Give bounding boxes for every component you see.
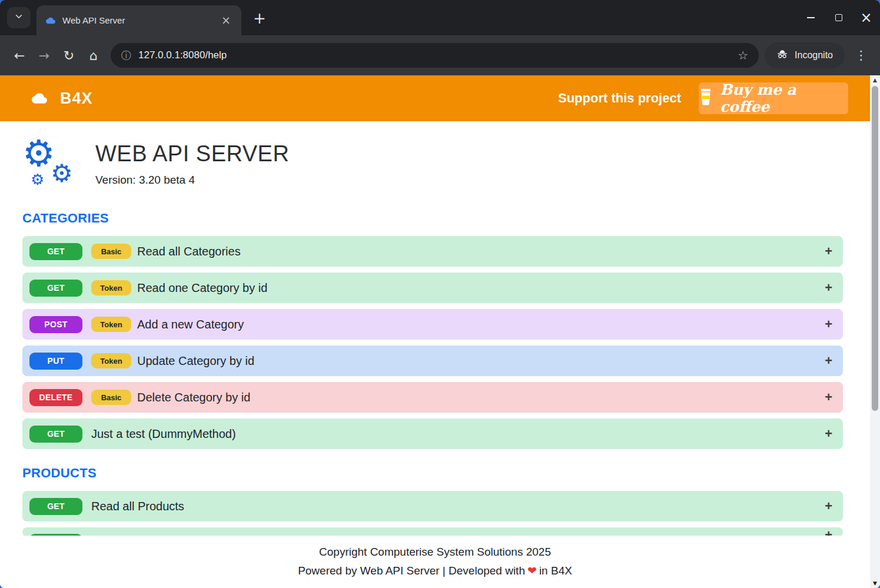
- page-info-icon[interactable]: ⓘ: [121, 49, 131, 62]
- incognito-icon: [776, 48, 788, 62]
- scroll-up-button[interactable]: ▲: [870, 75, 880, 85]
- site-header: B4X Support this project Buy me a coffee: [0, 75, 870, 121]
- api-section: PRODUCTS GET Read all Products + GET +: [22, 466, 843, 536]
- method-badge: DELETE: [29, 389, 82, 406]
- api-row[interactable]: GET Read all Products +: [22, 491, 843, 521]
- method-badge: GET: [29, 280, 82, 297]
- brand-name: B4X: [60, 89, 93, 108]
- tab-close-icon[interactable]: ×: [219, 14, 233, 27]
- endpoint-label: Read all Categories: [137, 245, 241, 258]
- endpoint-label: Read one Category by id: [137, 281, 267, 295]
- coffee-button-label: Buy me a coffee: [720, 81, 848, 115]
- forward-button[interactable]: →: [32, 43, 57, 68]
- minimize-button[interactable]: [797, 0, 825, 35]
- gear-medium-icon: ⚙: [51, 161, 73, 186]
- back-button[interactable]: ←: [7, 43, 32, 68]
- window-controls: ×: [797, 0, 880, 35]
- tab-search-button[interactable]: [7, 7, 31, 28]
- brand-cloud-icon: [29, 91, 49, 106]
- tab-title: Web API Server: [62, 15, 213, 25]
- gear-small-icon: ⚙: [31, 172, 44, 187]
- section-rows: GET Basic Read all Categories + GET Toke…: [22, 236, 843, 449]
- expand-icon[interactable]: +: [825, 244, 832, 259]
- cloud-favicon-icon: [45, 16, 57, 25]
- auth-badge: Token: [91, 353, 131, 368]
- expand-icon[interactable]: +: [825, 527, 832, 536]
- expand-icon[interactable]: +: [825, 317, 832, 332]
- api-row[interactable]: GET Just a test (DummyMethod) +: [22, 418, 843, 449]
- method-badge: PUT: [29, 353, 82, 370]
- api-sections: CATEGORIES GET Basic Read all Categories…: [22, 211, 843, 536]
- endpoint-label: Delete Category by id: [137, 391, 250, 404]
- maximize-icon: [835, 14, 842, 21]
- powered-by-line: Powered by Web API Server | Developed wi…: [0, 562, 870, 580]
- reload-button[interactable]: ↻: [57, 43, 81, 68]
- expand-icon[interactable]: +: [825, 280, 832, 295]
- copyright-line: Copyright Computerise System Solutions 2…: [0, 543, 870, 561]
- method-badge: GET: [29, 426, 82, 443]
- page-footer: Copyright Computerise System Solutions 2…: [0, 536, 870, 588]
- minimize-icon: [807, 17, 815, 18]
- browser-menu-button[interactable]: ⋮: [849, 44, 873, 67]
- api-row[interactable]: POST Token Add a new Category +: [22, 309, 843, 340]
- close-icon: ×: [860, 11, 872, 25]
- main-content: ⚙ ⚙ ⚙ WEB API SERVER Version: 3.20 beta …: [0, 121, 870, 536]
- scrollbar-thumb[interactable]: [872, 86, 878, 411]
- home-button[interactable]: ⌂: [81, 43, 106, 68]
- page-title: WEB API SERVER: [95, 141, 289, 167]
- api-row[interactable]: GET +: [22, 527, 843, 536]
- method-badge: GET: [29, 498, 82, 515]
- incognito-label: Incognito: [795, 50, 833, 61]
- auth-badge: Token: [91, 280, 131, 295]
- auth-badge: Basic: [91, 244, 131, 259]
- hero-text: WEB API SERVER Version: 3.20 beta 4: [95, 138, 289, 187]
- api-section: CATEGORIES GET Basic Read all Categories…: [22, 211, 843, 449]
- web-page: B4X Support this project Buy me a coffee: [0, 75, 870, 588]
- bookmark-star-icon[interactable]: ☆: [738, 48, 748, 62]
- expand-icon[interactable]: +: [825, 390, 832, 405]
- auth-badge: Basic: [91, 390, 131, 405]
- close-button[interactable]: ×: [852, 0, 880, 35]
- chevron-down-icon: [14, 11, 24, 24]
- scroll-down-button[interactable]: ▼: [870, 579, 880, 588]
- section-heading: PRODUCTS: [22, 466, 843, 481]
- new-tab-button[interactable]: +: [250, 8, 270, 28]
- endpoint-label: Read all Products: [91, 500, 184, 513]
- method-badge: POST: [29, 316, 82, 333]
- version-text: Version: 3.20 beta 4: [95, 174, 289, 187]
- heart-icon: ❤: [525, 564, 539, 577]
- browser-tab[interactable]: Web API Server ×: [36, 5, 241, 35]
- section-rows: GET Read all Products + GET +: [22, 491, 843, 536]
- coffee-cup-icon: [699, 88, 713, 108]
- section-heading: CATEGORIES: [22, 211, 843, 226]
- endpoint-label: Just a test (DummyMethod): [91, 427, 236, 441]
- api-row[interactable]: PUT Token Update Category by id +: [22, 346, 843, 376]
- auth-badge: Token: [91, 317, 131, 332]
- buy-me-a-coffee-button[interactable]: Buy me a coffee: [699, 82, 848, 114]
- api-row[interactable]: GET Token Read one Category by id +: [22, 273, 843, 303]
- browser-window: Web API Server × + × ← → ↻ ⌂ ⓘ 127.0.0.1…: [0, 0, 880, 588]
- incognito-badge: Incognito: [765, 42, 845, 68]
- maximize-button[interactable]: [825, 0, 852, 35]
- api-row[interactable]: GET Basic Read all Categories +: [22, 236, 843, 267]
- expand-icon[interactable]: +: [825, 353, 832, 368]
- hero: ⚙ ⚙ ⚙ WEB API SERVER Version: 3.20 beta …: [22, 138, 843, 194]
- address-bar[interactable]: ⓘ 127.0.0.1:8080/help ☆: [111, 43, 759, 68]
- powered-by-text: Powered by Web API Server | Developed wi…: [298, 564, 525, 577]
- endpoint-label: Add a new Category: [137, 318, 244, 331]
- method-badge: GET: [29, 243, 82, 260]
- navbar: ← → ↻ ⌂ ⓘ 127.0.0.1:8080/help ☆ Incognit…: [0, 35, 880, 75]
- expand-icon[interactable]: +: [825, 426, 832, 441]
- api-row[interactable]: DELETE Basic Delete Category by id +: [22, 382, 843, 413]
- gears-icon: ⚙ ⚙ ⚙: [22, 138, 79, 194]
- in-b4x-text: in B4X: [539, 564, 572, 577]
- expand-icon[interactable]: +: [825, 499, 832, 514]
- page-viewport: B4X Support this project Buy me a coffee: [0, 75, 880, 588]
- support-text: Support this project: [558, 91, 681, 106]
- endpoint-label: Update Category by id: [137, 354, 254, 368]
- url-text[interactable]: 127.0.0.1:8080/help: [138, 49, 227, 61]
- scrollbar[interactable]: ▲ ▼: [870, 75, 880, 588]
- titlebar: Web API Server × + ×: [0, 0, 880, 35]
